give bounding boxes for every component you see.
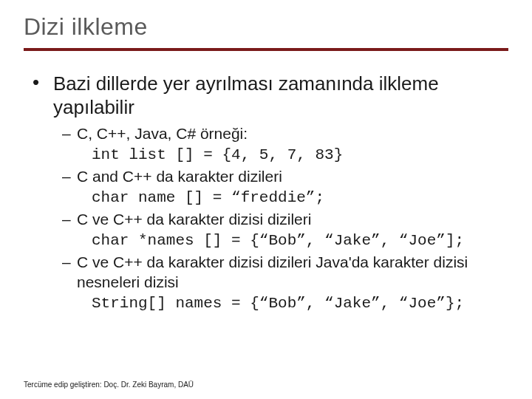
- dash-icon: –: [62, 123, 77, 143]
- slide-title: Dizi ilkleme: [24, 13, 508, 41]
- code-line: char name [] = “freddie”;: [62, 188, 508, 208]
- sub-bullets: – C, C++, Java, C# örneği: int list [] =…: [33, 123, 508, 313]
- sub-bullet-text: C and C++ da karakter dizileri: [77, 166, 282, 186]
- title-rule: [24, 48, 508, 51]
- bullet-dot-icon: •: [33, 72, 53, 92]
- dash-icon: –: [62, 209, 77, 229]
- sub-bullet: – C ve C++ da karakter dizisi dizileri: [62, 209, 508, 229]
- sub-bullet: – C, C++, Java, C# örneği:: [62, 123, 508, 143]
- bullet-lvl1: • Bazi dillerde yer ayrılması zamanında …: [33, 72, 508, 119]
- sub-bullet: – C ve C++ da karakter dizisi dizileri J…: [62, 252, 508, 292]
- bullet-text: Bazi dillerde yer ayrılması zamanında il…: [53, 72, 508, 119]
- sub-bullet-text: C, C++, Java, C# örneği:: [77, 123, 248, 143]
- sub-bullet: – C and C++ da karakter dizileri: [62, 166, 508, 186]
- sub-bullet-text: C ve C++ da karakter dizisi dizileri: [77, 209, 311, 229]
- code-line: char *names [] = {“Bob”, “Jake”, “Joe”];: [62, 231, 508, 250]
- dash-icon: –: [62, 252, 77, 272]
- code-line: String[] names = {“Bob”, “Jake”, “Joe”};: [62, 293, 508, 313]
- sub-bullet-text: C ve C++ da karakter dizisi dizileri Jav…: [77, 252, 508, 292]
- slide: Dizi ilkleme • Bazi dillerde yer ayrılma…: [0, 0, 532, 399]
- dash-icon: –: [62, 166, 77, 186]
- code-line: int list [] = {4, 5, 7, 83}: [62, 145, 508, 165]
- footer-credit: Tercüme edip geliştiren: Doç. Dr. Zeki B…: [24, 381, 194, 389]
- slide-body: • Bazi dillerde yer ayrılması zamanında …: [24, 72, 508, 313]
